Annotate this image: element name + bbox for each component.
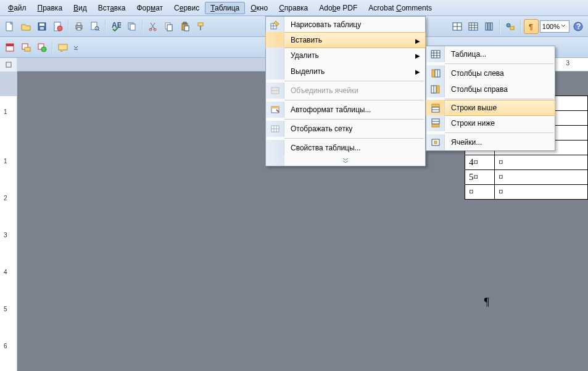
menu-table[interactable]: Таблица <box>205 2 245 14</box>
print-preview-button[interactable] <box>88 19 102 34</box>
autoformat-icon <box>270 105 280 115</box>
svg-rect-41 <box>6 44 14 46</box>
ruler-corner <box>0 58 17 71</box>
zoom-combo[interactable]: 100% <box>540 20 569 33</box>
svg-text:¶: ¶ <box>529 23 533 31</box>
table-row: 5¤¤ <box>465 170 588 185</box>
svg-rect-70 <box>437 86 439 93</box>
save-button[interactable] <box>35 19 49 34</box>
menu-insert[interactable]: Вставка <box>93 2 131 14</box>
menu-edit[interactable]: Правка <box>32 2 68 14</box>
format-painter-button[interactable] <box>194 19 209 34</box>
table-row: ¤¤ <box>465 185 588 200</box>
table-row: 4¤¤ <box>465 155 588 170</box>
menuitem-cells[interactable]: Ячейки... <box>426 134 555 150</box>
menuitem-show-grid[interactable]: Отображать сетку <box>266 121 425 137</box>
menu-view[interactable]: Вид <box>68 2 93 14</box>
svg-rect-20 <box>183 22 186 24</box>
svg-rect-8 <box>77 28 81 30</box>
toolbar-options-button[interactable] <box>72 40 80 55</box>
svg-rect-34 <box>491 23 492 30</box>
research-button[interactable] <box>125 19 139 34</box>
svg-rect-76 <box>432 124 439 127</box>
cells-icon <box>431 137 441 147</box>
svg-text:?: ? <box>576 22 581 31</box>
menu-help[interactable]: Справка <box>273 2 313 14</box>
cols-left-icon <box>431 68 441 78</box>
submenu-arrow-icon: ▶ <box>415 38 420 44</box>
menuitem-rows-above[interactable]: Строки выше <box>426 100 555 116</box>
paste-button[interactable] <box>178 19 193 34</box>
show-formatting-button[interactable]: ¶ <box>524 19 539 34</box>
svg-rect-18 <box>167 25 172 31</box>
menu-format[interactable]: Формат <box>131 2 168 14</box>
columns-button[interactable] <box>482 19 497 34</box>
svg-rect-9 <box>91 22 97 30</box>
zoom-value: 100% <box>542 23 560 30</box>
submenu-arrow-icon: ▶ <box>415 68 420 75</box>
merge-icon <box>270 86 280 96</box>
svg-rect-2 <box>39 23 44 26</box>
menu-tools[interactable]: Сервис <box>168 2 205 14</box>
menu-expand-button[interactable] <box>266 156 425 166</box>
chevron-down-icon <box>561 23 567 30</box>
tables-borders-button[interactable] <box>450 19 465 34</box>
menuitem-columns-left[interactable]: Столбцы слева <box>426 65 555 81</box>
svg-rect-43 <box>25 47 30 51</box>
insert-table-button[interactable] <box>466 19 481 34</box>
menuitem-columns-right[interactable]: Столбцы справа <box>426 81 555 97</box>
insert-submenu: Таблица... Столбцы слева Столбцы справа … <box>426 46 555 151</box>
menuitem-draw-table[interactable]: Нарисовать таблицу <box>266 17 425 33</box>
pencil-icon <box>270 20 280 30</box>
new-doc-button[interactable] <box>2 19 17 34</box>
menu-file[interactable]: Файл <box>2 2 32 14</box>
menu-adobe-pdf[interactable]: Adobe PDF <box>313 2 363 14</box>
print-button[interactable] <box>72 19 86 34</box>
svg-rect-78 <box>434 141 437 144</box>
svg-rect-55 <box>271 107 279 108</box>
svg-point-35 <box>507 23 510 27</box>
svg-rect-33 <box>488 23 490 30</box>
menubar: Файл Правка Вид Вставка Формат Сервис Та… <box>0 0 588 16</box>
submenu-arrow-icon: ▶ <box>415 52 420 59</box>
pdf-review-button[interactable] <box>35 40 49 55</box>
svg-rect-46 <box>59 44 67 50</box>
permissions-button[interactable] <box>51 19 65 34</box>
cols-right-icon <box>431 84 441 94</box>
menuitem-properties[interactable]: Свойства таблицы... <box>266 140 425 156</box>
help-button[interactable]: ? <box>571 19 586 34</box>
svg-point-45 <box>41 47 46 52</box>
drawing-button[interactable] <box>503 19 518 34</box>
svg-rect-60 <box>431 51 440 58</box>
acrobat-comments-button[interactable] <box>56 40 70 55</box>
vertical-ruler: 1 1 2 3 4 5 6 <box>0 71 17 371</box>
rows-above-icon <box>431 103 441 113</box>
menuitem-autoformat[interactable]: Автоформат таблицы... <box>266 102 425 118</box>
menuitem-rows-below[interactable]: Строки ниже <box>426 115 555 131</box>
rows-below-icon <box>431 118 441 128</box>
menuitem-select[interactable]: Выделить ▶ <box>266 63 425 80</box>
chevron-double-down-icon <box>342 158 349 164</box>
open-button[interactable] <box>19 19 33 34</box>
copy-button[interactable] <box>162 19 176 34</box>
menu-acrobat-comments[interactable]: Acrobat Comments <box>363 2 437 14</box>
menuitem-insert[interactable]: Вставить ▶ <box>265 32 426 48</box>
grid-icon <box>270 124 280 134</box>
svg-point-5 <box>57 26 62 31</box>
menuitem-delete[interactable]: Удалить ▶ <box>266 47 425 63</box>
svg-rect-73 <box>432 104 439 107</box>
svg-line-11 <box>98 30 99 31</box>
svg-text:ABC: ABC <box>112 22 121 30</box>
menuitem-insert-table[interactable]: Таблица... <box>426 46 555 62</box>
paragraph-mark: ¶ <box>484 296 489 309</box>
svg-rect-22 <box>198 23 203 26</box>
svg-rect-21 <box>184 26 189 31</box>
svg-rect-23 <box>200 26 201 30</box>
spellcheck-button[interactable]: ABC <box>109 19 123 34</box>
menu-window[interactable]: Окно <box>245 2 273 14</box>
svg-rect-67 <box>432 70 434 77</box>
ruler-mark: 3 <box>566 60 569 67</box>
pdf-convert-button[interactable] <box>2 40 17 55</box>
pdf-mail-button[interactable] <box>19 40 33 55</box>
cut-button[interactable] <box>146 19 160 34</box>
